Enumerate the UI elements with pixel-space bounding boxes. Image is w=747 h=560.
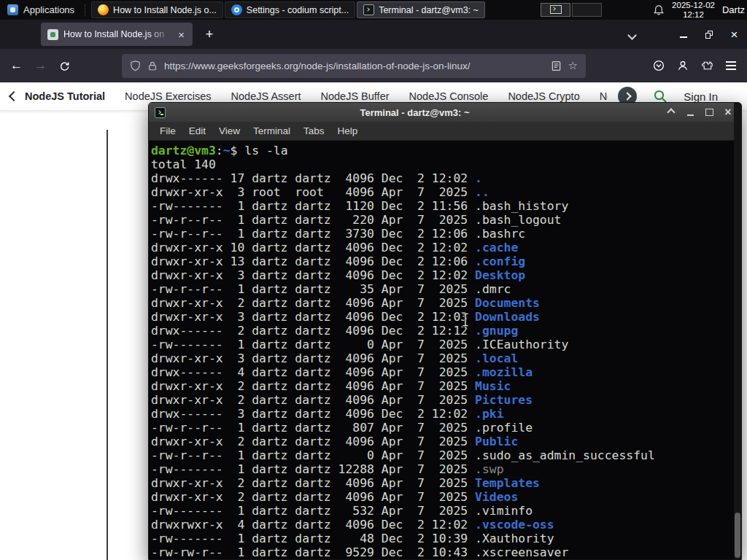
firefox-window-controls: × bbox=[670, 20, 747, 49]
taskbar-button-settings[interactable]: Settings - codium script... bbox=[225, 1, 355, 18]
terminal-close-button[interactable]: × bbox=[721, 105, 735, 120]
terminal-window[interactable]: Terminal - dartz@vm3: ~ × FileEditViewTe… bbox=[148, 102, 742, 560]
site-nav-item[interactable]: NodeJS Exercises bbox=[125, 90, 211, 102]
terminal-line: -rw-r--r-- 1 dartz dartz 0 Apr 7 2025 .s… bbox=[151, 448, 732, 462]
terminal-line: drwxr-xr-x 13 dartz dartz 4096 Dec 2 12:… bbox=[151, 254, 732, 268]
taskbar-window-list: How to Install Node.js o...Settings - co… bbox=[90, 0, 486, 20]
url-bar[interactable]: https://www.geeksforgeeks.org/node-js/in… bbox=[122, 54, 586, 78]
terminal-line: -rw-r--r-- 1 dartz dartz 807 Apr 7 2025 … bbox=[151, 421, 732, 435]
terminal-line: drwxr-xr-x 2 dartz dartz 4096 Apr 7 2025… bbox=[151, 296, 732, 310]
terminal-menu-terminal[interactable]: Terminal bbox=[247, 125, 297, 136]
taskbar-button-firefox[interactable]: How to Install Node.js o... bbox=[91, 1, 223, 18]
text-cursor bbox=[460, 312, 471, 327]
forward-button[interactable]: → bbox=[28, 54, 53, 78]
terminal-menu-file[interactable]: File bbox=[153, 125, 182, 136]
chevron-left-icon bbox=[9, 91, 19, 101]
terminal-minimize-button[interactable] bbox=[683, 105, 697, 120]
panel-user-label[interactable]: Dartz bbox=[722, 4, 745, 15]
extensions-button[interactable] bbox=[694, 54, 719, 78]
site-nav-items: NodeJS TutorialNodeJS ExercisesNodeJS As… bbox=[25, 90, 608, 102]
shade-icon bbox=[667, 108, 675, 116]
terminal-maximize-button[interactable] bbox=[702, 105, 716, 120]
lock-icon bbox=[147, 61, 158, 71]
toolbar-right-icons bbox=[646, 54, 743, 78]
browser-tab-active[interactable]: How to Install Node.js on × bbox=[41, 23, 193, 46]
terminal-title-bar[interactable]: Terminal - dartz@vm3: ~ × bbox=[149, 103, 741, 122]
tab-close-icon[interactable]: × bbox=[177, 28, 186, 41]
terminal-line: drwxr-xr-x 2 dartz dartz 4096 Apr 7 2025… bbox=[151, 379, 732, 393]
tab-favicon bbox=[47, 29, 58, 40]
terminal-icon bbox=[155, 107, 166, 118]
sign-in-button[interactable]: Sign In bbox=[684, 90, 737, 103]
page-sidebar-divider bbox=[107, 130, 108, 560]
firefox-toolbar: ← → https://www.geeksforgeeks.org/node-j… bbox=[0, 49, 747, 82]
terminal-scrollbar[interactable] bbox=[734, 103, 741, 559]
pocket-button[interactable] bbox=[646, 54, 670, 78]
account-button[interactable] bbox=[670, 54, 694, 78]
workspace-cell-active[interactable] bbox=[541, 3, 570, 17]
terminal-menu-edit[interactable]: Edit bbox=[182, 125, 212, 136]
settings-icon bbox=[231, 4, 242, 15]
close-icon: × bbox=[724, 106, 731, 119]
terminal-line: total 140 bbox=[151, 158, 732, 171]
notification-bell-button[interactable] bbox=[650, 0, 667, 20]
terminal-window-controls: × bbox=[664, 105, 735, 120]
terminal-menu-tabs[interactable]: Tabs bbox=[297, 125, 331, 136]
terminal-line: -rw-r--r-- 1 dartz dartz 220 Apr 7 2025 … bbox=[151, 213, 732, 227]
bell-icon bbox=[653, 4, 665, 16]
mini-window-icon bbox=[550, 5, 562, 14]
reload-button[interactable] bbox=[53, 54, 77, 78]
maximize-icon bbox=[705, 109, 713, 116]
url-text[interactable]: https://www.geeksforgeeks.org/node-js/in… bbox=[164, 61, 544, 71]
minimize-icon bbox=[680, 36, 687, 38]
close-button[interactable]: × bbox=[721, 20, 747, 49]
terminal-line: drwxr-xr-x 2 dartz dartz 4096 Apr 7 2025… bbox=[151, 476, 732, 490]
terminal-icon bbox=[363, 4, 374, 15]
tab-title: How to Install Node.js on bbox=[63, 29, 171, 39]
terminal-line: drwxrwxr-x 4 dartz dartz 4096 Dec 2 12:0… bbox=[151, 518, 732, 532]
taskbar-button-terminal[interactable]: Terminal - dartz@vm3: ~ bbox=[357, 1, 485, 18]
terminal-line: drwx------ 3 dartz dartz 4096 Dec 2 12:0… bbox=[151, 407, 732, 421]
search-icon[interactable] bbox=[653, 89, 667, 104]
list-all-tabs-button[interactable] bbox=[623, 28, 640, 42]
minimize-button[interactable] bbox=[670, 20, 696, 49]
workspace-pager[interactable] bbox=[541, 3, 602, 17]
taskbar-button-label: Terminal - dartz@vm3: ~ bbox=[379, 5, 479, 15]
terminal-menu-help[interactable]: Help bbox=[331, 125, 365, 136]
site-nav-scroll-left-button[interactable] bbox=[10, 93, 18, 100]
site-nav-item[interactable]: NodeJS Assert bbox=[231, 90, 301, 102]
shade-button[interactable] bbox=[664, 105, 678, 120]
site-nav-item[interactable]: NodeJS Buffer bbox=[321, 90, 390, 102]
account-icon bbox=[677, 60, 689, 71]
pocket-icon bbox=[653, 60, 665, 71]
minimize-icon bbox=[687, 114, 694, 116]
new-tab-button[interactable]: + bbox=[200, 25, 219, 44]
site-nav-item[interactable]: NodeJS Tutorial bbox=[25, 90, 105, 102]
restore-button[interactable] bbox=[696, 20, 721, 49]
workspace-cell[interactable] bbox=[572, 3, 602, 17]
terminal-line: drwxr-xr-x 3 dartz dartz 4096 Dec 2 12:0… bbox=[151, 310, 732, 324]
back-button[interactable]: ← bbox=[4, 54, 28, 78]
menu-button[interactable] bbox=[719, 54, 743, 78]
bookmark-star-icon[interactable]: ☆ bbox=[568, 59, 578, 72]
terminal-line: drwxr-xr-x 3 root root 4096 Apr 7 2025 .… bbox=[151, 185, 732, 199]
firefox-icon bbox=[98, 4, 109, 15]
terminal-scrollbar-thumb[interactable] bbox=[735, 513, 740, 558]
terminal-line: drwxr-xr-x 2 dartz dartz 4096 Apr 7 2025… bbox=[151, 490, 732, 504]
terminal-line: drwx------ 4 dartz dartz 4096 Apr 7 2025… bbox=[151, 365, 732, 379]
reader-mode-icon[interactable] bbox=[551, 61, 562, 71]
site-nav-item[interactable]: NodeJS Console bbox=[409, 90, 489, 102]
terminal-line: dartz@vm3:~$ ls -la bbox=[151, 144, 732, 158]
site-nav-item[interactable]: NodeJS Crypto bbox=[508, 90, 579, 102]
taskbar-button-label: Settings - codium script... bbox=[247, 5, 349, 15]
terminal-line: -rw-r--r-- 1 dartz dartz 35 Apr 7 2025 .… bbox=[151, 282, 732, 296]
terminal-line: drwxr-xr-x 3 dartz dartz 4096 Apr 7 2025… bbox=[151, 351, 732, 365]
terminal-line: drwxr-xr-x 2 dartz dartz 4096 Apr 7 2025… bbox=[151, 435, 732, 448]
terminal-line: drwx------ 17 dartz dartz 4096 Dec 2 12:… bbox=[151, 171, 732, 185]
site-nav-item[interactable]: NodeJS DNS bbox=[600, 90, 608, 102]
terminal-output[interactable]: dartz@vm3:~$ ls -latotal 140drwx------ 1… bbox=[149, 141, 741, 559]
terminal-menu-view[interactable]: View bbox=[212, 125, 247, 136]
panel-clock[interactable]: 2025-12-02 12:12 bbox=[672, 1, 715, 19]
applications-menu-button[interactable]: Applications bbox=[0, 0, 82, 20]
terminal-line: -rw------- 1 dartz dartz 48 Dec 2 10:39 … bbox=[151, 532, 732, 545]
